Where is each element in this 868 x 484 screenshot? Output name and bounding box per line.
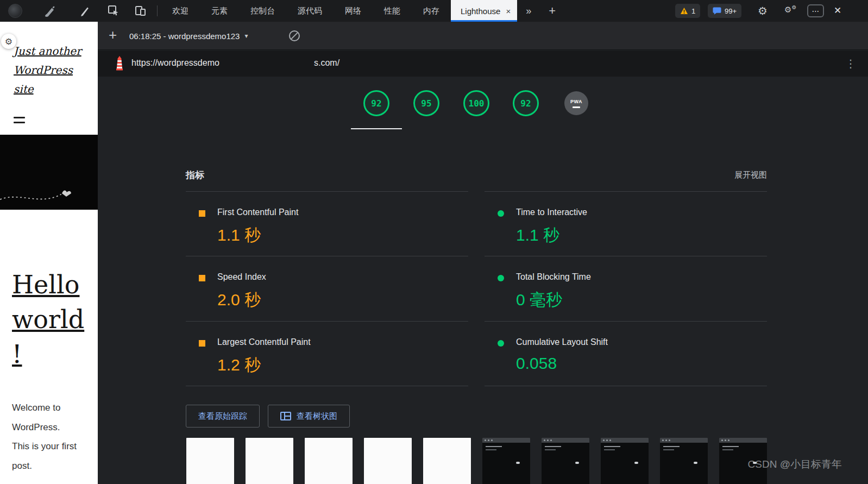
bird-illustration — [0, 135, 98, 210]
pwa-badge[interactable]: PWA — [564, 91, 588, 115]
metric-total-blocking-time: Total Blocking Time 0 毫秒 — [485, 256, 767, 321]
warning-icon — [680, 7, 688, 15]
report-url-bar: https://wordpressdemo s.com/ ⋮ — [98, 51, 868, 77]
metric-value: 1.1 秒 — [516, 224, 559, 247]
new-report-icon[interactable]: + — [109, 27, 117, 43]
post-title-link[interactable]: Hello world ! — [12, 267, 84, 372]
view-original-trace-button[interactable]: 查看原始跟踪 — [186, 405, 260, 428]
filmstrip — [186, 438, 767, 484]
report-selector-label: 06:18:25 - wordpressdemo123 — [129, 32, 240, 41]
more-options-button[interactable]: ⋯ — [807, 4, 824, 17]
metric-name: Cumulative Layout Shift — [516, 337, 608, 347]
metrics-section-title: 指标 — [186, 169, 204, 181]
view-treemap-button[interactable]: 查看树状图 — [268, 405, 350, 428]
metric-value: 1.1 秒 — [217, 224, 261, 247]
devtools-tabbar: 欢迎 元素 控制台 源代码 网络 性能 内存 Lighthouse × » + — [161, 0, 564, 22]
metric-time-to-interactive: Time to Interactive 1.1 秒 — [485, 191, 767, 256]
metric-first-contentful-paint: First Contentful Paint 1.1 秒 — [186, 191, 468, 256]
settings-gear-icon[interactable]: ⚙ — [758, 4, 768, 17]
tab-welcome[interactable]: 欢迎 — [161, 0, 200, 22]
warnings-badge[interactable]: 1 — [675, 4, 700, 18]
metric-largest-contentful-paint: Largest Contentful Paint 1.2 秒 — [186, 321, 468, 386]
close-tab-icon[interactable]: × — [506, 7, 511, 16]
view-trace-label: 查看原始跟踪 — [198, 411, 247, 422]
gears-icon[interactable]: ⚙⚙ — [784, 4, 796, 15]
watermark: CSDN @小目标青年 — [748, 457, 842, 472]
metric-speed-index: Speed Index 2.0 秒 — [186, 256, 468, 321]
close-devtools-icon[interactable]: ✕ — [834, 5, 841, 16]
metric-warning-square-icon — [199, 210, 205, 217]
tab-network[interactable]: 网络 — [334, 0, 373, 22]
lighthouse-logo-icon — [114, 56, 125, 71]
metric-name: First Contentful Paint — [217, 208, 298, 217]
warning-count: 1 — [691, 7, 695, 15]
metric-name: Time to Interactive — [516, 208, 587, 217]
gear-icon: ⚙ — [784, 5, 791, 15]
post-excerpt: Welcome to WordPress. This is your first… — [12, 398, 77, 475]
clear-reports-icon[interactable] — [289, 30, 300, 41]
metric-name: Total Blocking Time — [516, 272, 591, 282]
treemap-icon — [280, 412, 291, 420]
filmstrip-frame — [482, 438, 530, 484]
audited-url-prefix[interactable]: https://wordpressdemo — [131, 58, 219, 68]
customize-gear-icon[interactable]: ⚙ — [1, 34, 16, 49]
metric-good-circle-icon — [498, 340, 504, 347]
filmstrip-frame — [305, 438, 353, 484]
tab-console[interactable]: 控制台 — [239, 0, 286, 22]
report-selector-dropdown[interactable]: 06:18:25 - wordpressdemo123 ▾ — [129, 29, 248, 43]
filmstrip-frame — [423, 438, 471, 484]
report-options-kebab-icon[interactable]: ⋮ — [845, 57, 856, 70]
metric-warning-square-icon — [199, 275, 205, 281]
metric-value: 0.058 — [516, 354, 557, 373]
lighthouse-toolbar: + 06:18:25 - wordpressdemo123 ▾ — [98, 22, 868, 50]
more-tabs-icon[interactable]: » — [517, 0, 540, 22]
inspect-element-icon[interactable] — [108, 5, 119, 17]
messages-badge[interactable]: 99+ — [708, 4, 741, 18]
selected-category-indicator — [351, 128, 402, 129]
tab-memory[interactable]: 内存 — [412, 0, 451, 22]
gear-small-icon: ⚙ — [791, 4, 796, 10]
metric-warning-square-icon — [199, 340, 205, 347]
lighthouse-report: 92 95 100 92 PWA 指标 展开视图 First Contentfu… — [98, 77, 868, 484]
score-gauge-seo[interactable]: 92 — [513, 90, 539, 116]
filmstrip-frame — [601, 438, 649, 484]
tab-elements[interactable]: 元素 — [200, 0, 239, 22]
site-preview: Just another WordPress site Hello world … — [0, 22, 98, 484]
filmstrip-frame — [246, 438, 293, 484]
filmstrip-frame — [186, 438, 234, 484]
metric-name: Largest Contentful Paint — [217, 337, 311, 347]
sphere-extension-icon[interactable] — [8, 4, 22, 18]
tab-lighthouse-label: Lighthouse — [461, 7, 500, 16]
pwa-label: PWA — [570, 99, 582, 104]
view-treemap-label: 查看树状图 — [297, 411, 337, 422]
site-tagline: Just another WordPress site — [14, 42, 85, 99]
metric-value: 0 毫秒 — [516, 289, 562, 311]
tab-sources[interactable]: 源代码 — [286, 0, 334, 22]
screen: 欢迎 元素 控制台 源代码 网络 性能 内存 Lighthouse × » + … — [0, 0, 868, 484]
message-count: 99+ — [725, 7, 737, 15]
pen-icon[interactable] — [78, 4, 91, 17]
chevron-down-icon: ▾ — [244, 32, 248, 40]
metric-good-circle-icon — [498, 275, 504, 281]
audited-url-suffix[interactable]: s.com/ — [314, 58, 339, 68]
score-gauge-best-practices[interactable]: 100 — [463, 90, 489, 116]
new-tab-icon[interactable]: + — [540, 0, 564, 22]
score-gauge-accessibility[interactable]: 95 — [413, 90, 439, 116]
metric-name: Speed Index — [217, 272, 266, 282]
device-toolbar-icon[interactable] — [134, 5, 146, 17]
metric-value: 2.0 秒 — [217, 289, 261, 311]
report-actions: 查看原始跟踪 查看树状图 — [186, 405, 350, 428]
filmstrip-frame — [542, 438, 589, 484]
pwa-dash — [573, 106, 580, 108]
menu-icon[interactable] — [14, 117, 25, 127]
tab-lighthouse[interactable]: Lighthouse × — [451, 0, 517, 22]
message-bubble-icon — [713, 7, 721, 15]
brush-icon[interactable] — [42, 4, 56, 18]
expand-view-toggle[interactable]: 展开视图 — [734, 170, 767, 180]
metrics-grid: First Contentful Paint 1.1 秒 Time to Int… — [186, 191, 767, 386]
tab-performance[interactable]: 性能 — [373, 0, 412, 22]
toolbar-divider — [157, 5, 158, 16]
filmstrip-frame — [364, 438, 412, 484]
metric-value: 1.2 秒 — [217, 354, 261, 376]
score-gauge-performance[interactable]: 92 — [363, 90, 389, 116]
